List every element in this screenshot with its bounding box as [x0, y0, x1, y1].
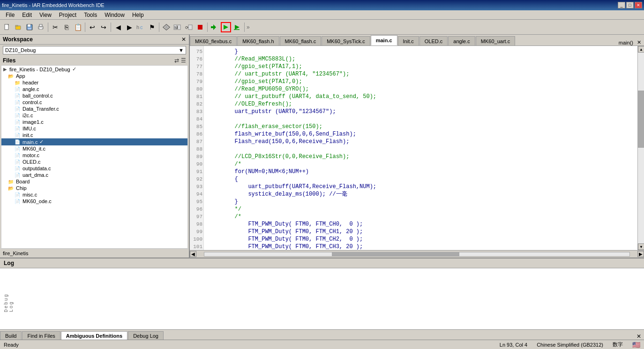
open-header-button[interactable]: hc: [135, 22, 146, 32]
paste-button[interactable]: 📋: [73, 22, 83, 32]
tree-item[interactable]: 📄misc.c: [1, 191, 187, 198]
tree-item[interactable]: 📂Chip: [1, 185, 187, 191]
menu-help[interactable]: Help: [128, 11, 148, 19]
tree-item[interactable]: 📄init.c: [1, 132, 187, 138]
separator-2: [85, 23, 85, 32]
separator-3: [111, 23, 111, 32]
scroll-track-horizontal[interactable]: [204, 252, 630, 257]
bottom-tab-ambiguous-definitions[interactable]: Ambiguous Definitions: [61, 331, 127, 340]
tree-item[interactable]: 📄i2c.c: [1, 112, 187, 119]
tree-item[interactable]: 📁Board: [1, 178, 187, 185]
editor-tab-OLED_c[interactable]: OLED.c: [419, 36, 448, 46]
tree-item[interactable]: 📄motor.c: [1, 152, 187, 159]
bottom-panel-close-button[interactable]: ✕: [634, 333, 644, 340]
scroll-right-button[interactable]: ▶: [637, 251, 644, 257]
debug-button[interactable]: [221, 22, 231, 32]
step-over-button[interactable]: [232, 22, 242, 32]
tree-item[interactable]: 📄image1.c: [1, 119, 187, 125]
bottom-tab-debug-log[interactable]: Debug Log: [128, 331, 164, 340]
close-button[interactable]: ✕: [635, 2, 642, 8]
scroll-down-button[interactable]: ▼: [638, 243, 644, 250]
editor-tab-MK60_flash_h[interactable]: MK60_flash.h: [237, 36, 279, 46]
tree-item[interactable]: 📄control.c: [1, 99, 187, 106]
tab-close-button[interactable]: ✕: [637, 39, 641, 46]
sync-icon[interactable]: ⇄: [174, 57, 179, 64]
workspace-footer: fire_Kinetis: [0, 249, 189, 258]
copy-button[interactable]: ⎘: [61, 22, 72, 32]
scroll-thumb-horizontal[interactable]: [332, 252, 459, 256]
bottom-tab-find-in-files[interactable]: Find in Files: [22, 331, 60, 340]
title-bar: fire_Kinetis - IAR Embedded Workbench ID…: [0, 0, 644, 10]
open-file-button[interactable]: [13, 22, 23, 32]
save-file-button[interactable]: [24, 22, 35, 32]
tree-item[interactable]: 📂App: [1, 73, 187, 79]
editor-tab-main_c[interactable]: main.c: [371, 35, 397, 46]
workspace-dropdown-arrow[interactable]: ▼: [179, 47, 184, 53]
menu-file[interactable]: File: [2, 11, 18, 19]
rebuild-button[interactable]: ⟳: [184, 22, 194, 32]
scroll-left-button[interactable]: ◀: [190, 251, 196, 257]
menu-project[interactable]: Project: [55, 11, 80, 19]
editor-tab-MK60_SysTick_c[interactable]: MK60_SysTick.c: [322, 36, 370, 46]
download-button[interactable]: [210, 22, 220, 32]
scroll-track[interactable]: [638, 53, 644, 243]
horizontal-scrollbar[interactable]: ◀ ▶: [190, 250, 644, 258]
toggle-bookmark-button[interactable]: ⚑: [147, 22, 157, 32]
workspace-title: Workspace: [3, 36, 33, 43]
tree-item[interactable]: 📄MK60_it.c: [1, 145, 187, 152]
editor-tab-MK60_uart_c[interactable]: MK60_uart.c: [476, 36, 515, 46]
svg-rect-20: [211, 26, 213, 28]
cut-button[interactable]: ✂: [50, 22, 60, 32]
tree-label: image1.c: [22, 119, 44, 125]
tree-item[interactable]: 📄ball_control.c: [1, 92, 187, 99]
editor-tab-MK60_flexbus_c[interactable]: MK60_flexbus.c: [190, 36, 237, 46]
tree-item[interactable]: 📄IMU.c: [1, 125, 187, 132]
svg-rect-0: [5, 24, 8, 30]
workspace-close-button[interactable]: ✕: [181, 36, 186, 43]
toolbar-overflow: »: [247, 24, 250, 30]
tree-item[interactable]: 📄MK60_ode.c: [1, 198, 187, 205]
forward-button[interactable]: ▶: [124, 22, 135, 32]
vertical-scrollbar[interactable]: ▲ ▼: [637, 46, 644, 250]
new-file-button[interactable]: [2, 22, 12, 32]
editor-tab-angle_c[interactable]: angle.c: [448, 36, 475, 46]
menu-edit[interactable]: Edit: [18, 11, 36, 19]
back-button[interactable]: ◀: [113, 22, 123, 32]
undo-button[interactable]: ↩: [87, 22, 97, 32]
file-icon: 📄: [15, 106, 20, 112]
tree-item[interactable]: 📄angle.c: [1, 86, 187, 92]
print-button[interactable]: [36, 22, 46, 32]
tree-item[interactable]: 📄OLED.c: [1, 159, 187, 165]
tree-item[interactable]: ▶fire_Kinetis - DZ10_Debug✓: [1, 66, 187, 73]
filter-icon[interactable]: ☰: [181, 57, 186, 64]
tree-item[interactable]: 📄outputdata.c: [1, 165, 187, 172]
bottom-tab-build[interactable]: Build: [0, 331, 22, 340]
title-bar-controls[interactable]: _ □ ✕: [618, 2, 642, 8]
scroll-thumb[interactable]: [638, 91, 644, 148]
compile-button[interactable]: [161, 22, 172, 32]
svg-marker-21: [224, 25, 228, 30]
tree-label: uart_dma.c: [22, 172, 48, 178]
workspace-dropdown[interactable]: DZ10_Debug ▼: [3, 46, 186, 54]
tree-item[interactable]: 📄Data_Transfer.c: [1, 106, 187, 112]
scroll-up-button[interactable]: ▲: [638, 46, 644, 53]
maximize-button[interactable]: □: [626, 2, 634, 8]
svg-rect-7: [39, 24, 42, 26]
editor-tab-MK60_flash_c[interactable]: MK60_flash.c: [280, 36, 322, 46]
file-icon: 📄: [15, 93, 20, 99]
menu-window[interactable]: Window: [101, 11, 128, 19]
svg-rect-18: [198, 25, 202, 30]
redo-button[interactable]: ↪: [98, 22, 109, 32]
tree-item[interactable]: 📄main.c✓: [1, 138, 187, 145]
tree-item[interactable]: 📁header: [1, 79, 187, 86]
editor-tab-Init_c[interactable]: Init.c: [398, 36, 419, 46]
stop-build-button[interactable]: [195, 22, 205, 32]
folder-icon: 📁: [8, 179, 14, 184]
tree-item[interactable]: 📄uart_dma.c: [1, 172, 187, 178]
separator-5: [207, 23, 208, 32]
menu-view[interactable]: View: [36, 11, 55, 19]
make-button[interactable]: M: [172, 22, 183, 32]
menu-tools[interactable]: Tools: [80, 11, 101, 19]
code-content[interactable]: } //Read_HMC5883L(); //gpio_set(PTA17,1)…: [204, 46, 637, 250]
minimize-button[interactable]: _: [618, 2, 625, 8]
